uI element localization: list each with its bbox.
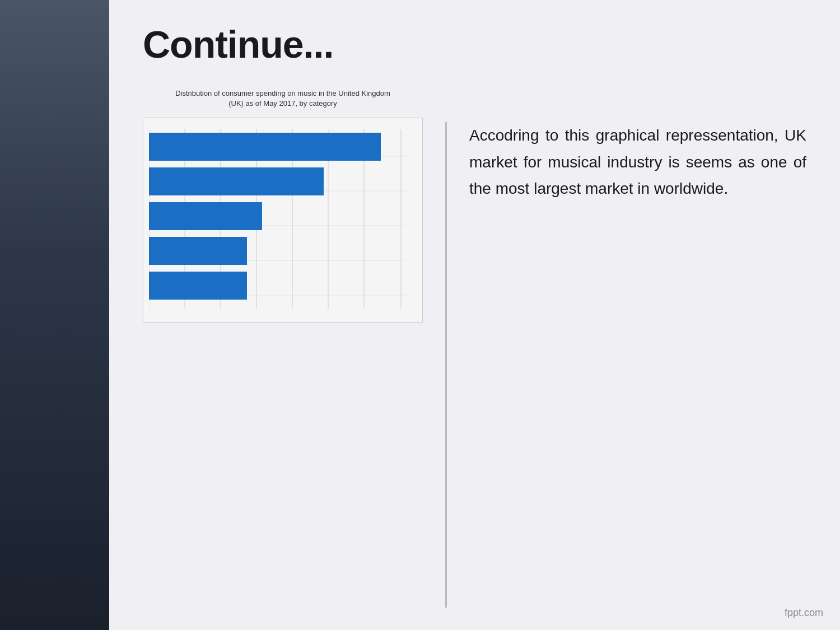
sidebar <box>0 0 109 630</box>
chart-container <box>143 118 423 323</box>
page-title: Continue... <box>143 22 806 66</box>
bar-chart <box>149 129 407 309</box>
divider <box>445 122 447 608</box>
description-text: Accodring to this graphical repressentat… <box>469 122 806 202</box>
bar-1 <box>149 133 381 161</box>
bar-5 <box>149 272 247 300</box>
main-content: Continue... Distribution of consumer spe… <box>109 0 840 630</box>
bar-4 <box>149 237 247 265</box>
watermark: fppt.com <box>785 607 823 619</box>
bar-2 <box>149 167 324 195</box>
chart-title: Distribution of consumer spending on mus… <box>143 88 423 109</box>
content-row: Distribution of consumer spending on mus… <box>143 88 806 608</box>
text-section: Accodring to this graphical repressentat… <box>469 88 806 202</box>
chart-section: Distribution of consumer spending on mus… <box>143 88 423 323</box>
bar-3 <box>149 202 262 230</box>
